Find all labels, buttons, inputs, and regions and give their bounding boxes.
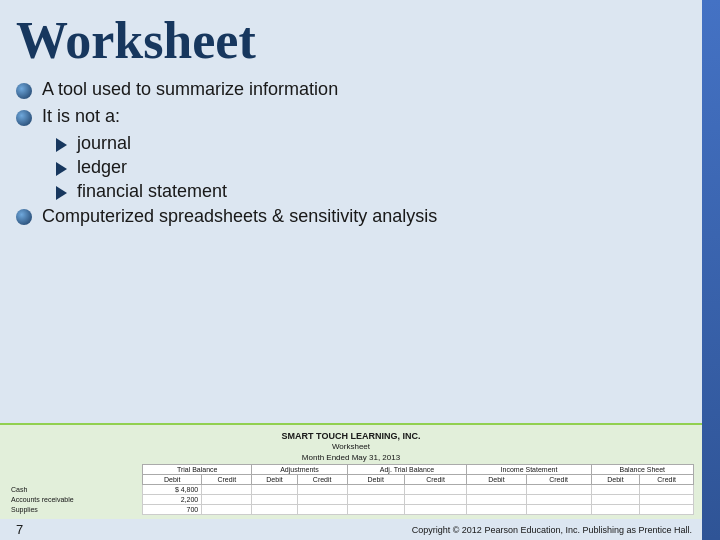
company-name: SMART TOUCH LEARNING, INC. — [8, 431, 694, 441]
tb-debit-header: Debit — [143, 475, 202, 485]
footer: 7 Copyright © 2012 Pearson Education, In… — [0, 519, 702, 540]
atb-debit — [347, 495, 404, 505]
row-label: Supplies — [8, 505, 143, 515]
bs-debit — [591, 495, 640, 505]
adj-credit — [297, 505, 347, 515]
slide: Worksheet A tool used to summarize infor… — [0, 0, 720, 540]
trial-balance-header: Trial Balance — [143, 465, 252, 475]
atb-debit-header: Debit — [347, 475, 404, 485]
atb-debit — [347, 505, 404, 515]
page-number: 7 — [16, 522, 23, 537]
sub-item-text: financial statement — [77, 181, 227, 202]
tb-credit — [202, 485, 252, 495]
is-credit — [526, 495, 591, 505]
bs-debit — [591, 485, 640, 495]
arrow-bullet-icon — [56, 138, 67, 152]
table-row: Accounts receivable 2,200 — [8, 495, 694, 505]
is-debit — [467, 505, 526, 515]
list-item: Computerized spreadsheets & sensitivity … — [16, 206, 688, 227]
bs-credit — [640, 485, 694, 495]
atb-credit-header: Credit — [404, 475, 467, 485]
tb-debit: 700 — [143, 505, 202, 515]
spreadsheet-period: Month Ended May 31, 2013 — [8, 453, 694, 462]
table-row: Cash $ 4,800 — [8, 485, 694, 495]
spreadsheet-area: SMART TOUCH LEARNING, INC. Worksheet Mon… — [0, 423, 702, 519]
arrow-bullet-icon — [56, 162, 67, 176]
atb-credit — [404, 495, 467, 505]
tb-debit: 2,200 — [143, 495, 202, 505]
list-item: A tool used to summarize information — [16, 79, 688, 100]
is-credit-header: Credit — [526, 475, 591, 485]
tb-debit: $ 4,800 — [143, 485, 202, 495]
bs-credit — [640, 505, 694, 515]
bs-credit-header: Credit — [640, 475, 694, 485]
adj-debit — [252, 505, 297, 515]
list-item: financial statement — [56, 181, 688, 202]
circle-bullet-icon — [16, 110, 32, 126]
bullet-text: It is not a: — [42, 106, 120, 127]
bullet-list: A tool used to summarize information It … — [16, 79, 688, 233]
bullet-text: A tool used to summarize information — [42, 79, 338, 100]
bs-debit — [591, 505, 640, 515]
circle-bullet-icon — [16, 83, 32, 99]
content-area: Worksheet A tool used to summarize infor… — [0, 0, 720, 423]
is-debit-header: Debit — [467, 475, 526, 485]
tb-credit — [202, 495, 252, 505]
adjustments-header: Adjustments — [252, 465, 347, 475]
adj-debit-header: Debit — [252, 475, 297, 485]
adj-credit — [297, 485, 347, 495]
income-statement-header: Income Statement — [467, 465, 591, 475]
is-debit — [467, 495, 526, 505]
atb-credit — [404, 505, 467, 515]
sub-item-text: journal — [77, 133, 131, 154]
is-credit — [526, 505, 591, 515]
list-item: journal — [56, 133, 688, 154]
row-label: Cash — [8, 485, 143, 495]
sub-item-text: ledger — [77, 157, 127, 178]
atb-credit — [404, 485, 467, 495]
slide-title: Worksheet — [16, 12, 688, 69]
adj-credit-header: Credit — [297, 475, 347, 485]
adj-trial-balance-header: Adj. Trial Balance — [347, 465, 467, 475]
is-credit — [526, 485, 591, 495]
adj-debit — [252, 485, 297, 495]
spreadsheet-table: Trial Balance Adjustments Adj. Trial Bal… — [8, 464, 694, 515]
list-item: It is not a: — [16, 106, 688, 127]
copyright-text: Copyright © 2012 Pearson Education, Inc.… — [412, 525, 692, 535]
balance-sheet-header: Balance Sheet — [591, 465, 693, 475]
sub-list: journal ledger financial statement — [16, 133, 688, 202]
circle-bullet-icon — [16, 209, 32, 225]
is-debit — [467, 485, 526, 495]
arrow-bullet-icon — [56, 186, 67, 200]
tb-credit-header: Credit — [202, 475, 252, 485]
empty-header — [8, 465, 143, 475]
spreadsheet-title: Worksheet — [8, 442, 694, 451]
bullet-text: Computerized spreadsheets & sensitivity … — [42, 206, 437, 227]
list-item: ledger — [56, 157, 688, 178]
empty-subheader — [8, 475, 143, 485]
row-label: Accounts receivable — [8, 495, 143, 505]
bs-credit — [640, 495, 694, 505]
table-row: Supplies 700 — [8, 505, 694, 515]
adj-debit — [252, 495, 297, 505]
atb-debit — [347, 485, 404, 495]
adj-credit — [297, 495, 347, 505]
tb-credit — [202, 505, 252, 515]
bs-debit-header: Debit — [591, 475, 640, 485]
